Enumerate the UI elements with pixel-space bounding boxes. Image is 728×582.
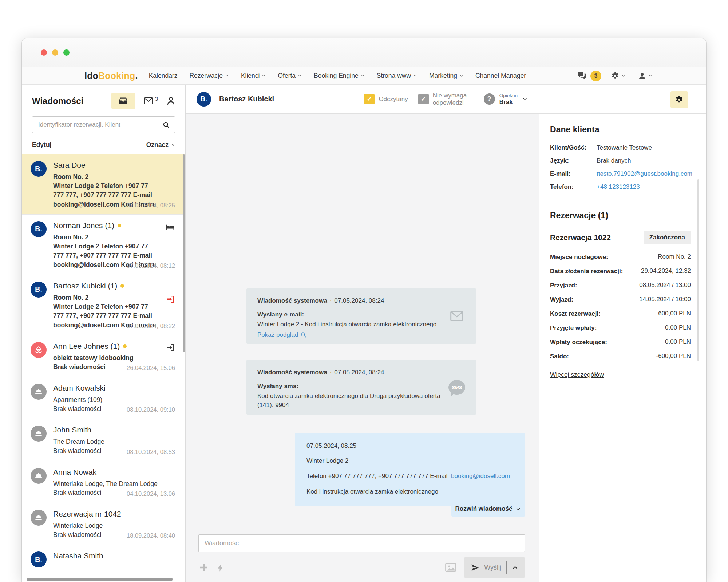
search-button[interactable]	[157, 117, 175, 133]
checkbox-checked-icon: ✓	[418, 94, 429, 104]
bell-icon	[34, 513, 43, 522]
minimize-window-button[interactable]	[52, 49, 58, 56]
reception-bell-avatar	[31, 384, 47, 400]
conversation-timestamp: 07.05.2024, 08:12	[127, 262, 175, 269]
guest-message-subject: Kod i instrukcja otwarcia zamka elektron…	[306, 488, 513, 495]
panel-scrollbar[interactable]	[697, 179, 699, 361]
field-label: E-mail:	[550, 170, 597, 178]
question-mark-icon: ?	[484, 93, 495, 105]
nav-item-label: Marketing	[429, 72, 457, 80]
client-phone-link[interactable]: +48 123123123	[597, 183, 640, 191]
nav-item-rezerwacje[interactable]: Rezerwacje	[189, 72, 229, 80]
conversation-ann-lee-johnes[interactable]: Ann Lee Johnes (1) obiekt testowy idoboo…	[22, 335, 185, 377]
list-vertical-scrollbar[interactable]	[183, 154, 185, 352]
expand-message-button[interactable]: Rozwiń wiadomość	[451, 501, 525, 517]
add-attachment-button[interactable]	[198, 562, 209, 573]
conversation-norman-jones[interactable]: B. Norman Jones (1) Room No. 2 Winter Lo…	[22, 214, 185, 275]
field-value: 29.04.2024, 12:32	[641, 267, 691, 276]
bell-icon	[34, 387, 43, 396]
client-field-row: Telefon: +48 123123123	[550, 183, 691, 191]
plus-icon	[198, 562, 209, 573]
nav-item-label: Booking Engine	[314, 72, 359, 80]
conversation-timestamp: 04.10.2024, 13:06	[127, 490, 175, 497]
system-message-time: 07.05.2024, 08:24	[334, 369, 384, 376]
client-field-row: E-mail: ttesto.791902@guest.booking.com	[550, 170, 691, 178]
client-field-row: Klient/Gość: Testowanie Testowe	[550, 144, 691, 151]
reservation-status-badge: Zakończona	[644, 231, 691, 244]
inbox-tray-icon	[118, 96, 128, 106]
nav-item-channel-manager[interactable]: Channel Manager	[475, 72, 526, 80]
conversation-property: Winterlake Lodge	[53, 521, 175, 530]
conversation-property: Winterlake Lodge, The Dream Lodge	[53, 479, 175, 489]
conversation-sara-doe[interactable]: B. Sara Doe Room No. 2 Winter Lodge 2 Te…	[22, 154, 185, 214]
nav-item-kalendarz[interactable]: Kalendarz	[149, 72, 178, 80]
conversation-anna-nowak[interactable]: Anna Nowak Winterlake Lodge, The Dream L…	[22, 461, 185, 503]
zoom-window-button[interactable]	[63, 49, 70, 56]
checkbox-checked-icon: ✓	[364, 94, 375, 104]
read-checkbox[interactable]: ✓ Odczytany	[364, 94, 408, 104]
conversation-john-smith[interactable]: John Smith The Dream Lodge Brak wiadomoś…	[22, 419, 185, 461]
message-input[interactable]	[198, 534, 525, 552]
quick-replies-button[interactable]	[216, 563, 226, 573]
unread-dot	[120, 284, 124, 288]
reception-bell-avatar	[31, 468, 47, 484]
account-button[interactable]	[638, 72, 652, 80]
chevron-down-icon	[262, 74, 266, 78]
sent-email-subject: Winter Lodge 2 - Kod i instrukcja otwarc…	[257, 320, 441, 329]
nav-item-label: Oferta	[278, 72, 296, 80]
conversation-adam-kowalski[interactable]: Adam Kowalski Apartments (109) Brak wiad…	[22, 377, 185, 419]
guest-email-link[interactable]: booking@idosell.com	[451, 473, 510, 479]
client-email-link[interactable]: ttesto.791902@guest.booking.com	[597, 170, 692, 178]
panel-settings-button[interactable]	[670, 91, 688, 108]
no-reply-checkbox[interactable]: ✓ Nie wymaga odpowiedzi	[418, 92, 474, 106]
mail-filter-button[interactable]: 3	[143, 96, 158, 106]
insert-image-button[interactable]	[444, 561, 457, 574]
logo-prefix: Ido	[84, 71, 98, 81]
conversation-room: Room No. 2	[53, 233, 175, 242]
guest-message-bubble: 07.05.2024, 08:25 Winter Lodge 2 Telefon…	[295, 433, 525, 506]
chevron-down-icon	[225, 74, 229, 78]
show-preview-link[interactable]: Pokaż podgląd	[257, 331, 306, 339]
system-message-sms: Wiadomość systemowa·07.05.2024, 08:24 Wy…	[246, 360, 476, 415]
conversation-natasha-smith[interactable]: B. Natasha Smith	[22, 545, 185, 573]
bell-icon	[34, 471, 43, 480]
inbox-filter-button[interactable]	[111, 93, 135, 109]
nav-item-marketing[interactable]: Marketing	[429, 72, 463, 80]
nav-item-label: Rezerwacje	[189, 72, 222, 80]
contacts-filter-button[interactable]	[166, 96, 176, 106]
navbar-right: 3	[577, 71, 652, 81]
list-horizontal-scrollbar[interactable]	[27, 578, 173, 581]
close-window-button[interactable]	[41, 49, 47, 56]
conversation-name: Rezerwacja nr 1042	[53, 510, 121, 518]
chevron-up-icon[interactable]	[512, 564, 518, 571]
conversation-rezerwacja-1042[interactable]: Rezerwacja nr 1042 Winterlake Lodge Brak…	[22, 503, 185, 545]
gear-icon	[611, 72, 620, 80]
avatar-dot: .	[40, 555, 42, 564]
client-field-row: Język: Brak danych	[550, 157, 691, 164]
chat-header: B. Bartosz Kubicki ✓ Odczytany ✓ Nie wym…	[186, 85, 539, 114]
logo-suffix: .	[135, 71, 138, 81]
nav-item-strona-www[interactable]: Strona www	[377, 72, 417, 80]
nav-item-klienci[interactable]: Klienci	[241, 72, 266, 80]
conversation-bartosz-kubicki[interactable]: B. Bartosz Kubicki (1) Room No. 2 Winter…	[22, 275, 185, 335]
field-label: Klient/Gość:	[550, 144, 597, 151]
mail-count: 3	[155, 96, 158, 102]
mark-dropdown[interactable]: Oznacz	[146, 141, 175, 149]
more-details-link[interactable]: Więcej szczegółów	[550, 371, 604, 379]
list-toolbar: Edytuj Oznacz	[32, 141, 175, 149]
conversation-property: obiekt testowy idobooking	[53, 354, 175, 363]
bed-icon	[165, 222, 175, 232]
messages-button[interactable]	[577, 71, 587, 81]
settings-button[interactable]	[611, 72, 625, 80]
nav-item-oferta[interactable]: Oferta	[278, 72, 302, 80]
reservation-field-row: Data złożenia rezerwacji:29.04.2024, 12:…	[550, 267, 691, 276]
opiekun-value: Brak	[499, 99, 518, 106]
conversation-timestamp: 07.05.2024, 08:25	[127, 202, 175, 209]
send-button[interactable]: Wyślij	[464, 557, 525, 578]
app-logo[interactable]: IdoBooking.	[84, 71, 138, 81]
conversation-property: The Dream Lodge	[53, 437, 175, 446]
nav-item-booking-engine[interactable]: Booking Engine	[314, 72, 365, 80]
search-input[interactable]	[32, 121, 157, 128]
edit-button[interactable]: Edytuj	[32, 141, 51, 149]
opiekun-dropdown[interactable]: ? OpiekunBrak	[484, 93, 528, 106]
